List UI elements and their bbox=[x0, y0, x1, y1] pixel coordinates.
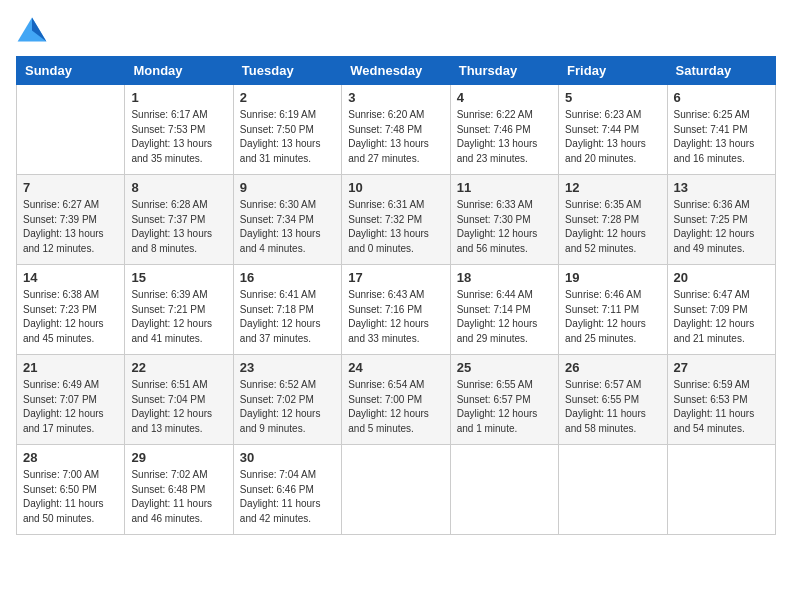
day-info: Sunrise: 6:44 AM Sunset: 7:14 PM Dayligh… bbox=[457, 288, 552, 346]
calendar-cell bbox=[450, 445, 558, 535]
day-number: 30 bbox=[240, 450, 335, 465]
day-info: Sunrise: 6:25 AM Sunset: 7:41 PM Dayligh… bbox=[674, 108, 769, 166]
calendar-cell: 2 Sunrise: 6:19 AM Sunset: 7:50 PM Dayli… bbox=[233, 85, 341, 175]
weekday-header-thursday: Thursday bbox=[450, 57, 558, 85]
weekday-header-monday: Monday bbox=[125, 57, 233, 85]
calendar-cell: 3 Sunrise: 6:20 AM Sunset: 7:48 PM Dayli… bbox=[342, 85, 450, 175]
day-info: Sunrise: 6:43 AM Sunset: 7:16 PM Dayligh… bbox=[348, 288, 443, 346]
day-number: 11 bbox=[457, 180, 552, 195]
day-number: 16 bbox=[240, 270, 335, 285]
day-number: 10 bbox=[348, 180, 443, 195]
calendar-cell bbox=[342, 445, 450, 535]
day-number: 23 bbox=[240, 360, 335, 375]
calendar-cell: 21 Sunrise: 6:49 AM Sunset: 7:07 PM Dayl… bbox=[17, 355, 125, 445]
calendar-cell: 12 Sunrise: 6:35 AM Sunset: 7:28 PM Dayl… bbox=[559, 175, 667, 265]
calendar-cell bbox=[667, 445, 775, 535]
day-info: Sunrise: 6:46 AM Sunset: 7:11 PM Dayligh… bbox=[565, 288, 660, 346]
week-row-2: 7 Sunrise: 6:27 AM Sunset: 7:39 PM Dayli… bbox=[17, 175, 776, 265]
calendar-cell bbox=[17, 85, 125, 175]
day-info: Sunrise: 6:49 AM Sunset: 7:07 PM Dayligh… bbox=[23, 378, 118, 436]
day-number: 4 bbox=[457, 90, 552, 105]
day-number: 15 bbox=[131, 270, 226, 285]
day-number: 7 bbox=[23, 180, 118, 195]
day-info: Sunrise: 6:27 AM Sunset: 7:39 PM Dayligh… bbox=[23, 198, 118, 256]
day-info: Sunrise: 6:19 AM Sunset: 7:50 PM Dayligh… bbox=[240, 108, 335, 166]
day-number: 8 bbox=[131, 180, 226, 195]
day-info: Sunrise: 6:41 AM Sunset: 7:18 PM Dayligh… bbox=[240, 288, 335, 346]
day-info: Sunrise: 7:04 AM Sunset: 6:46 PM Dayligh… bbox=[240, 468, 335, 526]
day-number: 1 bbox=[131, 90, 226, 105]
day-number: 22 bbox=[131, 360, 226, 375]
day-info: Sunrise: 6:17 AM Sunset: 7:53 PM Dayligh… bbox=[131, 108, 226, 166]
week-row-4: 21 Sunrise: 6:49 AM Sunset: 7:07 PM Dayl… bbox=[17, 355, 776, 445]
calendar-cell: 28 Sunrise: 7:00 AM Sunset: 6:50 PM Dayl… bbox=[17, 445, 125, 535]
day-info: Sunrise: 6:47 AM Sunset: 7:09 PM Dayligh… bbox=[674, 288, 769, 346]
day-number: 18 bbox=[457, 270, 552, 285]
day-info: Sunrise: 6:52 AM Sunset: 7:02 PM Dayligh… bbox=[240, 378, 335, 436]
calendar-cell: 6 Sunrise: 6:25 AM Sunset: 7:41 PM Dayli… bbox=[667, 85, 775, 175]
day-number: 3 bbox=[348, 90, 443, 105]
day-number: 14 bbox=[23, 270, 118, 285]
calendar-cell: 13 Sunrise: 6:36 AM Sunset: 7:25 PM Dayl… bbox=[667, 175, 775, 265]
weekday-header-friday: Friday bbox=[559, 57, 667, 85]
calendar-cell: 29 Sunrise: 7:02 AM Sunset: 6:48 PM Dayl… bbox=[125, 445, 233, 535]
day-number: 2 bbox=[240, 90, 335, 105]
week-row-1: 1 Sunrise: 6:17 AM Sunset: 7:53 PM Dayli… bbox=[17, 85, 776, 175]
page-header bbox=[16, 16, 776, 44]
calendar-cell: 10 Sunrise: 6:31 AM Sunset: 7:32 PM Dayl… bbox=[342, 175, 450, 265]
calendar-cell: 15 Sunrise: 6:39 AM Sunset: 7:21 PM Dayl… bbox=[125, 265, 233, 355]
day-info: Sunrise: 6:36 AM Sunset: 7:25 PM Dayligh… bbox=[674, 198, 769, 256]
day-number: 6 bbox=[674, 90, 769, 105]
day-number: 13 bbox=[674, 180, 769, 195]
day-number: 17 bbox=[348, 270, 443, 285]
calendar-cell: 14 Sunrise: 6:38 AM Sunset: 7:23 PM Dayl… bbox=[17, 265, 125, 355]
day-number: 28 bbox=[23, 450, 118, 465]
day-info: Sunrise: 6:35 AM Sunset: 7:28 PM Dayligh… bbox=[565, 198, 660, 256]
calendar-cell: 20 Sunrise: 6:47 AM Sunset: 7:09 PM Dayl… bbox=[667, 265, 775, 355]
calendar-cell: 26 Sunrise: 6:57 AM Sunset: 6:55 PM Dayl… bbox=[559, 355, 667, 445]
day-info: Sunrise: 6:57 AM Sunset: 6:55 PM Dayligh… bbox=[565, 378, 660, 436]
calendar-cell: 30 Sunrise: 7:04 AM Sunset: 6:46 PM Dayl… bbox=[233, 445, 341, 535]
logo-icon bbox=[16, 16, 48, 44]
week-row-3: 14 Sunrise: 6:38 AM Sunset: 7:23 PM Dayl… bbox=[17, 265, 776, 355]
day-number: 24 bbox=[348, 360, 443, 375]
calendar-cell: 23 Sunrise: 6:52 AM Sunset: 7:02 PM Dayl… bbox=[233, 355, 341, 445]
day-info: Sunrise: 7:00 AM Sunset: 6:50 PM Dayligh… bbox=[23, 468, 118, 526]
calendar-cell: 19 Sunrise: 6:46 AM Sunset: 7:11 PM Dayl… bbox=[559, 265, 667, 355]
calendar-cell: 16 Sunrise: 6:41 AM Sunset: 7:18 PM Dayl… bbox=[233, 265, 341, 355]
calendar-cell: 25 Sunrise: 6:55 AM Sunset: 6:57 PM Dayl… bbox=[450, 355, 558, 445]
calendar-cell: 7 Sunrise: 6:27 AM Sunset: 7:39 PM Dayli… bbox=[17, 175, 125, 265]
weekday-header-row: SundayMondayTuesdayWednesdayThursdayFrid… bbox=[17, 57, 776, 85]
day-info: Sunrise: 6:39 AM Sunset: 7:21 PM Dayligh… bbox=[131, 288, 226, 346]
day-info: Sunrise: 6:22 AM Sunset: 7:46 PM Dayligh… bbox=[457, 108, 552, 166]
calendar-table: SundayMondayTuesdayWednesdayThursdayFrid… bbox=[16, 56, 776, 535]
day-info: Sunrise: 6:23 AM Sunset: 7:44 PM Dayligh… bbox=[565, 108, 660, 166]
weekday-header-tuesday: Tuesday bbox=[233, 57, 341, 85]
calendar-cell: 17 Sunrise: 6:43 AM Sunset: 7:16 PM Dayl… bbox=[342, 265, 450, 355]
day-number: 27 bbox=[674, 360, 769, 375]
day-number: 9 bbox=[240, 180, 335, 195]
calendar-cell: 8 Sunrise: 6:28 AM Sunset: 7:37 PM Dayli… bbox=[125, 175, 233, 265]
day-info: Sunrise: 6:54 AM Sunset: 7:00 PM Dayligh… bbox=[348, 378, 443, 436]
day-number: 20 bbox=[674, 270, 769, 285]
logo bbox=[16, 16, 52, 44]
day-number: 12 bbox=[565, 180, 660, 195]
day-info: Sunrise: 6:55 AM Sunset: 6:57 PM Dayligh… bbox=[457, 378, 552, 436]
weekday-header-saturday: Saturday bbox=[667, 57, 775, 85]
calendar-cell: 5 Sunrise: 6:23 AM Sunset: 7:44 PM Dayli… bbox=[559, 85, 667, 175]
weekday-header-wednesday: Wednesday bbox=[342, 57, 450, 85]
day-info: Sunrise: 6:38 AM Sunset: 7:23 PM Dayligh… bbox=[23, 288, 118, 346]
calendar-cell: 27 Sunrise: 6:59 AM Sunset: 6:53 PM Dayl… bbox=[667, 355, 775, 445]
calendar-cell: 24 Sunrise: 6:54 AM Sunset: 7:00 PM Dayl… bbox=[342, 355, 450, 445]
day-number: 25 bbox=[457, 360, 552, 375]
calendar-cell: 4 Sunrise: 6:22 AM Sunset: 7:46 PM Dayli… bbox=[450, 85, 558, 175]
day-info: Sunrise: 6:28 AM Sunset: 7:37 PM Dayligh… bbox=[131, 198, 226, 256]
week-row-5: 28 Sunrise: 7:00 AM Sunset: 6:50 PM Dayl… bbox=[17, 445, 776, 535]
calendar-cell: 22 Sunrise: 6:51 AM Sunset: 7:04 PM Dayl… bbox=[125, 355, 233, 445]
day-number: 19 bbox=[565, 270, 660, 285]
day-info: Sunrise: 6:59 AM Sunset: 6:53 PM Dayligh… bbox=[674, 378, 769, 436]
day-info: Sunrise: 6:31 AM Sunset: 7:32 PM Dayligh… bbox=[348, 198, 443, 256]
day-info: Sunrise: 6:33 AM Sunset: 7:30 PM Dayligh… bbox=[457, 198, 552, 256]
day-info: Sunrise: 6:30 AM Sunset: 7:34 PM Dayligh… bbox=[240, 198, 335, 256]
calendar-cell: 11 Sunrise: 6:33 AM Sunset: 7:30 PM Dayl… bbox=[450, 175, 558, 265]
